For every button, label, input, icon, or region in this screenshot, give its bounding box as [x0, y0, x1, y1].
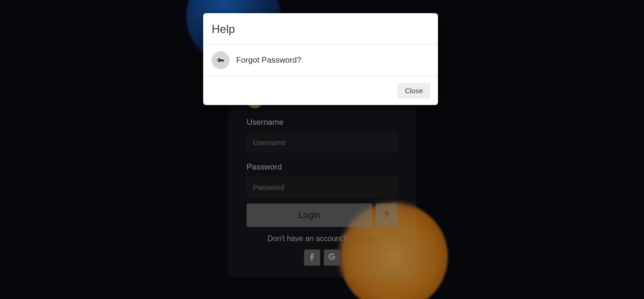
modal-footer: Close: [203, 76, 438, 105]
help-modal: Help Forgot Password? Close: [203, 13, 438, 105]
modal-title: Help: [212, 23, 429, 36]
close-button[interactable]: Close: [397, 83, 430, 98]
modal-body: Forgot Password?: [203, 45, 438, 76]
forgot-password-link[interactable]: Forgot Password?: [236, 56, 301, 65]
modal-header: Help: [203, 13, 438, 45]
key-icon: [212, 51, 230, 69]
